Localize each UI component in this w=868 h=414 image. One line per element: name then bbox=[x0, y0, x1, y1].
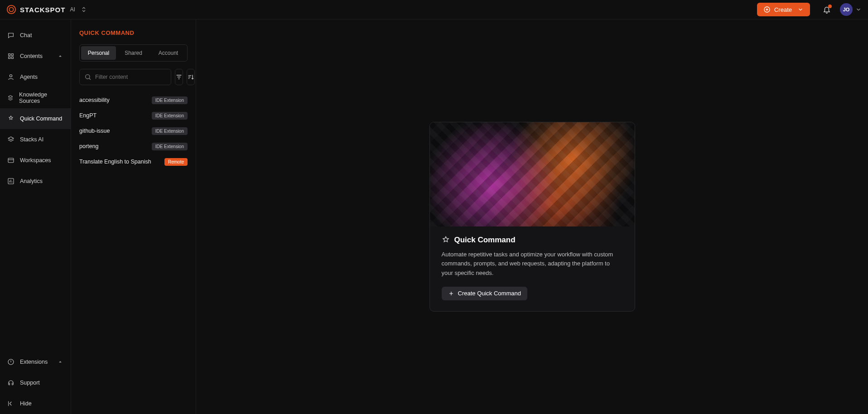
sidebar-item-support[interactable]: Support bbox=[0, 372, 71, 393]
sidebar-item-label: Chat bbox=[20, 32, 32, 39]
brand-logo-icon bbox=[6, 5, 16, 14]
svg-rect-8 bbox=[8, 158, 14, 162]
canvas: Quick Command Automate repetitive tasks … bbox=[196, 19, 868, 414]
command-item[interactable]: Translate English to Spanish Remote bbox=[79, 154, 188, 169]
agent-icon bbox=[7, 73, 14, 81]
sidebar-item-label: Hide bbox=[20, 400, 32, 407]
caret-up-icon bbox=[57, 359, 63, 365]
sidebar-item-label: Extensions bbox=[20, 359, 48, 365]
notifications-button[interactable] bbox=[823, 5, 831, 14]
svg-rect-5 bbox=[9, 57, 10, 58]
command-item[interactable]: accessibility IDE Extension bbox=[79, 92, 188, 108]
command-name: EngPT bbox=[79, 112, 96, 119]
sidebar-item-label: Contents bbox=[20, 53, 43, 59]
search-icon bbox=[84, 73, 92, 81]
plus-circle-icon bbox=[763, 6, 771, 13]
sidebar-item-workspaces[interactable]: Workspaces bbox=[0, 150, 71, 171]
card-hero-image bbox=[430, 122, 635, 226]
command-icon bbox=[7, 115, 14, 122]
svg-rect-4 bbox=[11, 54, 13, 56]
command-badge: IDE Extension bbox=[152, 127, 188, 135]
create-quick-command-button[interactable]: Create Quick Command bbox=[442, 287, 527, 300]
sidebar-item-agents[interactable]: Agents bbox=[0, 67, 71, 87]
sidebar-item-label: Stacks AI bbox=[20, 136, 43, 143]
sidebar-item-label: Agents bbox=[20, 74, 38, 80]
command-item[interactable]: github-issue IDE Extension bbox=[79, 123, 188, 139]
sidebar-item-label: Quick Command bbox=[20, 116, 62, 122]
svg-point-7 bbox=[10, 75, 12, 77]
command-badge: IDE Extension bbox=[152, 112, 188, 120]
card-description: Automate repetitive tasks and optimize y… bbox=[442, 250, 623, 277]
sidebar-item-label: Knowledge Sources bbox=[19, 91, 63, 104]
svg-point-0 bbox=[7, 5, 15, 14]
notification-dot bbox=[828, 5, 832, 8]
tab-personal[interactable]: Personal bbox=[81, 46, 116, 60]
command-item[interactable]: EngPT IDE Extension bbox=[79, 108, 188, 123]
command-item[interactable]: porteng IDE Extension bbox=[79, 139, 188, 154]
command-badge: Remote bbox=[164, 158, 188, 166]
sidebar-item-contents[interactable]: Contents bbox=[0, 46, 71, 67]
sidebar-item-knowledge-sources[interactable]: Knowledge Sources bbox=[0, 87, 71, 108]
command-name: porteng bbox=[79, 143, 98, 149]
plus-icon bbox=[448, 290, 454, 297]
card-cta-label: Create Quick Command bbox=[458, 290, 521, 297]
svg-point-11 bbox=[86, 75, 90, 79]
stack-icon bbox=[7, 94, 14, 101]
sidebar-item-label: Workspaces bbox=[20, 157, 51, 164]
search-input[interactable] bbox=[95, 74, 166, 80]
tabs: PersonalSharedAccount bbox=[79, 44, 188, 62]
filter-icon bbox=[175, 73, 183, 81]
command-badge: IDE Extension bbox=[152, 143, 188, 150]
filter-button[interactable] bbox=[175, 69, 183, 85]
create-button-label: Create bbox=[774, 6, 792, 13]
grid-icon bbox=[7, 53, 14, 60]
sidebar-item-extensions[interactable]: Extensions bbox=[0, 351, 71, 372]
workspace-icon bbox=[7, 157, 14, 164]
user-menu[interactable]: JO bbox=[840, 3, 862, 16]
sidebar: Chat Contents Agents Knowledge Sources Q… bbox=[0, 19, 71, 414]
avatar-initials: JO bbox=[843, 7, 850, 12]
brand-switcher-icon[interactable] bbox=[81, 6, 87, 13]
power-icon bbox=[7, 358, 14, 366]
card-title: Quick Command bbox=[454, 236, 516, 245]
panel-title: QUICK COMMAND bbox=[79, 29, 188, 36]
layers-icon bbox=[7, 136, 14, 143]
tab-account[interactable]: Account bbox=[151, 46, 186, 60]
sidebar-item-chat[interactable]: Chat bbox=[0, 25, 71, 46]
sidebar-item-label: Support bbox=[20, 380, 40, 386]
search-box[interactable] bbox=[79, 69, 171, 85]
chevron-down-icon bbox=[797, 6, 804, 13]
chat-icon bbox=[7, 32, 14, 39]
svg-rect-6 bbox=[11, 57, 13, 58]
sidebar-item-quick-command[interactable]: Quick Command bbox=[0, 108, 71, 129]
sort-icon bbox=[187, 73, 194, 81]
sidebar-item-label: Analytics bbox=[20, 178, 43, 184]
sidebar-item-stacks-ai[interactable]: Stacks AI bbox=[0, 129, 71, 150]
brand-name: STACKSPOT bbox=[20, 6, 65, 14]
collapse-icon bbox=[7, 400, 14, 407]
chart-icon bbox=[7, 178, 14, 185]
caret-up-icon bbox=[57, 53, 63, 59]
brand[interactable]: STACKSPOT AI bbox=[6, 5, 87, 14]
command-name: Translate English to Spanish bbox=[79, 159, 151, 165]
svg-point-1 bbox=[9, 7, 13, 11]
avatar: JO bbox=[840, 3, 853, 16]
commands-panel: QUICK COMMAND PersonalSharedAccount acce… bbox=[71, 19, 196, 414]
svg-rect-3 bbox=[9, 54, 10, 56]
command-list: accessibility IDE Extension EngPT IDE Ex… bbox=[79, 92, 188, 169]
sidebar-item-analytics[interactable]: Analytics bbox=[0, 171, 71, 192]
tab-shared[interactable]: Shared bbox=[116, 46, 151, 60]
sidebar-item-hide[interactable]: Hide bbox=[0, 393, 71, 414]
brand-suffix: AI bbox=[70, 6, 75, 13]
create-button[interactable]: Create bbox=[757, 3, 810, 16]
command-name: accessibility bbox=[79, 97, 110, 103]
quick-command-card: Quick Command Automate repetitive tasks … bbox=[429, 122, 635, 311]
headset-icon bbox=[7, 379, 14, 386]
command-icon bbox=[442, 236, 450, 244]
command-badge: IDE Extension bbox=[152, 96, 188, 104]
chevron-down-icon bbox=[855, 6, 862, 13]
command-name: github-issue bbox=[79, 128, 110, 134]
sort-button[interactable] bbox=[187, 69, 195, 85]
